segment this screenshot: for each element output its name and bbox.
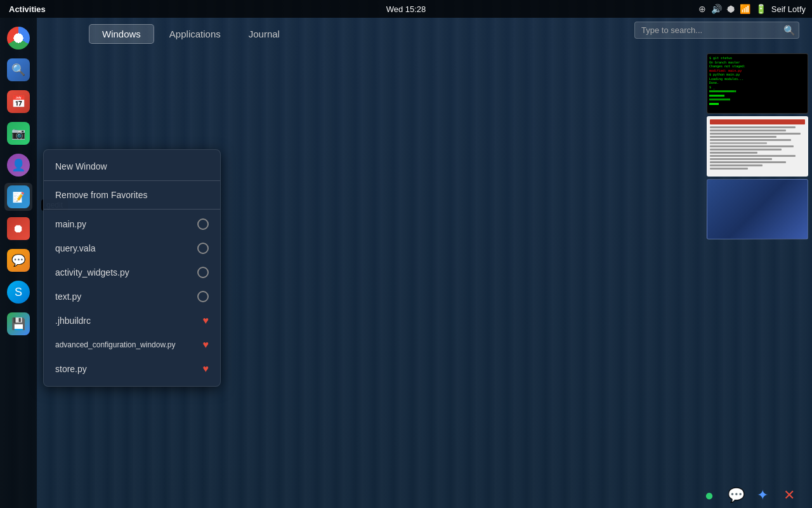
- bottom-config-icon[interactable]: ✦: [752, 485, 773, 505]
- doc-line-8: [710, 149, 782, 150]
- sidebar-item-recorder[interactable]: ⏺: [4, 215, 32, 243]
- context-separator-2: [44, 209, 220, 210]
- battery-icon: 🔋: [756, 4, 766, 14]
- topbar-right: ⊕ 🔊 ⬢ 📶 🔋 Seif Lotfy: [698, 4, 812, 14]
- jhbuildrc-heart-icon: ♥: [203, 315, 209, 326]
- context-store-py[interactable]: store.py ♥: [44, 357, 220, 381]
- doc-line-13: [710, 164, 763, 166]
- bottom-green-icon[interactable]: ●: [699, 485, 719, 505]
- sidebar-item-skype[interactable]: S: [4, 278, 32, 306]
- drive-icon: 💾: [7, 312, 30, 335]
- doc-line-6: [710, 142, 767, 144]
- clock: Wed 15:28: [386, 4, 426, 14]
- wifi-icon[interactable]: 📶: [740, 4, 750, 14]
- doc-line-11: [710, 158, 772, 160]
- config-icon: ✦: [757, 487, 768, 504]
- doc-header: [710, 119, 805, 124]
- doc-line-9: [710, 152, 757, 154]
- close-icon: ✕: [783, 487, 795, 504]
- context-advanced-config[interactable]: advanced_configuration_window.py ♥: [44, 333, 220, 357]
- advanced-config-heart-icon: ♥: [203, 339, 209, 351]
- bluetooth-icon[interactable]: ⬢: [727, 4, 735, 14]
- username-label[interactable]: Seif Lotfy: [771, 4, 806, 14]
- doc-line-3: [710, 133, 801, 135]
- activities-button[interactable]: Activities: [0, 0, 55, 18]
- doc-line-10: [710, 155, 796, 157]
- doc-line-2: [710, 130, 786, 131]
- recorder-icon: ⏺: [7, 217, 30, 240]
- chat-icon: 💬: [7, 249, 30, 272]
- sidebar-item-chat[interactable]: 💬: [4, 246, 32, 274]
- doc-line-7: [710, 145, 794, 147]
- context-menu: New Window Remove from Favorites main.py…: [43, 149, 221, 387]
- doc-line-5: [710, 139, 791, 141]
- text-py-label: text.py: [55, 291, 81, 302]
- doc-line-4: [710, 136, 776, 138]
- context-query-vala[interactable]: query.vala: [44, 236, 220, 260]
- remove-favorites-label: Remove from Favorites: [55, 190, 147, 200]
- doc-line-12: [710, 161, 786, 163]
- text-py-icon: [197, 291, 209, 302]
- chat-bubble-icon: 💬: [728, 487, 745, 504]
- volume-icon[interactable]: 🔊: [711, 4, 722, 14]
- context-jhbuildrc[interactable]: .jhbuildrc ♥: [44, 309, 220, 333]
- tab-journal[interactable]: Journal: [236, 25, 292, 43]
- query-vala-icon: [197, 243, 209, 254]
- sidebar-item-drive[interactable]: 💾: [4, 310, 32, 338]
- terminal-line-12: ■■■■■: [709, 102, 806, 106]
- jhbuildrc-label: .jhbuildrc: [55, 316, 91, 326]
- main-py-icon: [197, 218, 209, 230]
- doc-preview[interactable]: [707, 116, 808, 177]
- context-new-window[interactable]: New Window: [44, 155, 220, 178]
- sidebar: 🔍 📅 📷 👤 📝 gedit ⏺ 💬 S: [0, 18, 37, 508]
- sidebar-item-magnifier[interactable]: 🔍: [4, 56, 32, 84]
- query-vala-label: query.vala: [55, 243, 96, 253]
- sidebar-item-calendar[interactable]: 📅: [4, 88, 32, 116]
- sidebar-item-screenshot[interactable]: 📷: [4, 119, 32, 147]
- advanced-config-label: advanced_configuration_window.py: [55, 340, 175, 349]
- terminal-preview[interactable]: $ git status On branch master Changes no…: [707, 53, 808, 114]
- context-main-py[interactable]: main.py: [44, 212, 220, 236]
- bottombar: ● 💬 ✦ ✕: [0, 483, 812, 508]
- tab-windows[interactable]: Windows: [89, 24, 154, 44]
- accessibility-icon: ⊕: [698, 4, 706, 14]
- gedit-icon: 📝: [7, 185, 30, 208]
- store-py-label: store.py: [55, 364, 87, 374]
- doc-line-14: [710, 168, 748, 170]
- window-previews: $ git status On branch master Changes no…: [704, 51, 812, 242]
- context-remove-favorites[interactable]: Remove from Favorites: [44, 184, 220, 206]
- activity-widgets-icon: [197, 267, 209, 278]
- navbar: Windows Applications Journal: [0, 18, 812, 50]
- topbar: Activities Wed 15:28 ⊕ 🔊 ⬢ 📶 🔋 Seif Lotf…: [0, 0, 812, 18]
- green-circle-icon: ●: [705, 486, 714, 504]
- context-text-py[interactable]: text.py: [44, 284, 220, 309]
- screenshot-icon: 📷: [7, 122, 30, 145]
- bottom-close-icon[interactable]: ✕: [779, 485, 799, 505]
- tab-applications[interactable]: Applications: [157, 25, 233, 43]
- sidebar-item-gedit[interactable]: 📝 gedit: [4, 183, 32, 211]
- skype-icon: S: [7, 281, 30, 304]
- context-activity-widgets-py[interactable]: activity_widgets.py: [44, 260, 220, 284]
- blue-desktop-preview[interactable]: [707, 179, 808, 239]
- calendar-icon: 📅: [7, 90, 30, 113]
- bottom-chat-icon[interactable]: 💬: [726, 485, 746, 505]
- store-py-heart-icon: ♥: [203, 363, 209, 375]
- doc-line-1: [710, 126, 796, 128]
- activity-widgets-label: activity_widgets.py: [55, 267, 129, 277]
- sidebar-item-contacts[interactable]: 👤: [4, 151, 32, 179]
- contacts-icon: 👤: [7, 154, 30, 177]
- magnifier-icon: 🔍: [7, 58, 30, 81]
- new-window-label: New Window: [55, 161, 107, 171]
- main-py-label: main.py: [55, 219, 86, 229]
- context-separator-1: [44, 180, 220, 181]
